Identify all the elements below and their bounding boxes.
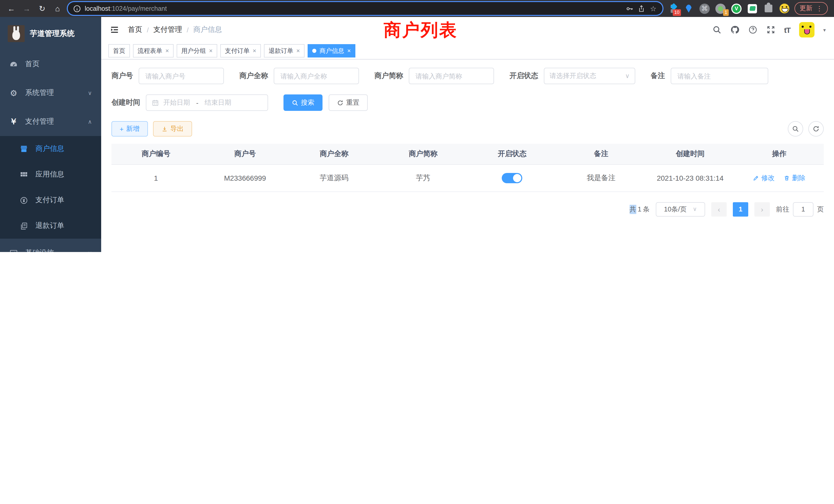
- profile-emoji-icon[interactable]: [779, 3, 789, 14]
- yen-icon: ￥: [9, 116, 18, 127]
- search-icon[interactable]: [712, 25, 722, 35]
- tab-label: 商户信息: [320, 46, 344, 55]
- add-button[interactable]: + 新增: [111, 121, 148, 137]
- export-button[interactable]: 导出: [153, 121, 192, 137]
- sidebar-item-payment[interactable]: ￥ 支付管理 ∧: [0, 107, 101, 136]
- sidebar-item-system[interactable]: ⚙ 系统管理 ∨: [0, 78, 101, 107]
- goto-page: 前往 页: [776, 202, 824, 216]
- browser-reload-icon[interactable]: ↻: [37, 0, 47, 17]
- status-select[interactable]: 请选择开启状态 ∨: [544, 68, 635, 84]
- breadcrumb-separator: /: [187, 26, 189, 33]
- plus-icon: +: [120, 125, 124, 133]
- create-time-range-picker[interactable]: 开始日期 - 结束日期: [146, 94, 268, 111]
- breadcrumb-current: 商户信息: [193, 25, 222, 35]
- browser-forward-icon[interactable]: →: [22, 0, 32, 17]
- close-icon[interactable]: ×: [209, 47, 213, 54]
- chrome-update-button[interactable]: 更新 ⋮: [794, 2, 828, 15]
- github-icon[interactable]: [730, 25, 740, 35]
- reset-button[interactable]: 重置: [329, 94, 368, 111]
- gear-icon: ⚙: [9, 88, 18, 98]
- tab-refund-orders[interactable]: 退款订单×: [264, 44, 305, 58]
- remark-input[interactable]: [671, 68, 768, 84]
- tab-merchant-info[interactable]: 商户信息×: [308, 44, 355, 58]
- sidebar-item-refund-orders[interactable]: 退款订单: [0, 213, 101, 239]
- page-1-button[interactable]: 1: [733, 202, 748, 216]
- end-date-placeholder: 结束日期: [205, 98, 232, 107]
- fullscreen-icon[interactable]: [766, 25, 775, 35]
- tab-user-group[interactable]: 用户分组×: [177, 44, 217, 58]
- chevron-down-icon: ∨: [693, 206, 697, 212]
- browser-home-icon[interactable]: ⌂: [52, 0, 63, 17]
- pencil-icon: [753, 175, 759, 181]
- help-icon[interactable]: [748, 25, 758, 35]
- avatar-caret-icon[interactable]: ▾: [823, 27, 826, 32]
- tab-home[interactable]: 首页: [108, 44, 130, 58]
- close-icon[interactable]: ×: [296, 47, 300, 54]
- sidebar-item-infrastructure[interactable]: 基础设施 ∨: [0, 239, 101, 252]
- next-page-button[interactable]: ›: [754, 202, 770, 216]
- recorder-extension-icon[interactable]: 1: [716, 3, 726, 14]
- search-button[interactable]: 搜索: [284, 94, 323, 111]
- sidebar-collapse-icon[interactable]: [109, 25, 120, 35]
- sidebar-item-label: 首页: [25, 60, 40, 69]
- goto-page-input[interactable]: [793, 202, 813, 216]
- sidebar-item-pay-orders[interactable]: 支付订单: [0, 187, 101, 213]
- site-info-icon[interactable]: [73, 4, 81, 13]
- pin-extension-icon[interactable]: [683, 3, 694, 14]
- page-size-value: 10条/页: [664, 205, 687, 214]
- col-create-time: 创建时间: [646, 144, 735, 164]
- full-name-input[interactable]: [274, 68, 359, 84]
- app-logo[interactable]: 芋道管理系统: [0, 17, 101, 50]
- close-icon[interactable]: ×: [166, 47, 169, 54]
- address-bar[interactable]: localhost:1024/pay/merchant ☆: [68, 2, 662, 15]
- short-name-input[interactable]: [409, 68, 494, 84]
- show-search-toggle-button[interactable]: [788, 121, 803, 137]
- page-size-select[interactable]: 10条/页 ∨: [656, 202, 705, 216]
- browser-back-icon[interactable]: ←: [6, 0, 17, 17]
- refresh-table-button[interactable]: [808, 121, 824, 137]
- sidebar-item-home[interactable]: 首页: [0, 50, 101, 78]
- chat-extension-icon[interactable]: [747, 3, 758, 14]
- payment-submenu: 商户信息 应用信息 支付订单 退款订单: [0, 136, 101, 239]
- start-date-placeholder: 开始日期: [163, 98, 190, 107]
- font-size-icon[interactable]: tT: [784, 25, 790, 34]
- bookmark-star-icon[interactable]: ☆: [649, 4, 657, 13]
- trash-icon: [784, 175, 790, 181]
- prev-page-button[interactable]: ‹: [711, 202, 727, 216]
- col-remark: 备注: [557, 144, 646, 164]
- breadcrumb-payment[interactable]: 支付管理: [153, 25, 182, 35]
- cell-create-time: 2021-10-23 08:31:14: [646, 164, 735, 191]
- sidebar-item-app-info[interactable]: 应用信息: [0, 162, 101, 187]
- browser-menu-icon[interactable]: ⋮: [816, 5, 823, 12]
- tab-manager-extension-icon[interactable]: 10: [667, 3, 678, 14]
- tab-pay-orders[interactable]: 支付订单×: [220, 44, 261, 58]
- edit-link[interactable]: 修改: [753, 173, 775, 182]
- sidebar-item-merchant-info[interactable]: 商户信息: [0, 136, 101, 162]
- select-placeholder: 请选择开启状态: [549, 71, 625, 81]
- user-avatar[interactable]: [799, 22, 814, 38]
- table-row: 1 M233666999 芋道源码 芋艿 我是备注 2021-10-23 08:…: [111, 164, 824, 191]
- vue-devtools-icon[interactable]: V: [731, 3, 742, 14]
- tab-process-form[interactable]: 流程表单×: [133, 44, 174, 58]
- close-icon[interactable]: ×: [253, 47, 256, 54]
- status-toggle[interactable]: [502, 173, 522, 183]
- password-key-icon[interactable]: [626, 4, 634, 13]
- extension-icons: 10 ⌘ 1 V: [667, 3, 789, 14]
- cell-merchant-no: M233666999: [200, 164, 290, 191]
- extensions-puzzle-icon[interactable]: [763, 3, 773, 14]
- breadcrumb-home[interactable]: 首页: [128, 25, 142, 35]
- share-icon[interactable]: [637, 4, 645, 13]
- tab-label: 退款订单: [269, 46, 293, 55]
- filter-label: 开启状态: [509, 71, 538, 81]
- search-label: 搜索: [301, 98, 314, 107]
- cell-remark: 我是备注: [557, 164, 646, 191]
- merchant-no-input[interactable]: [139, 68, 224, 84]
- chevron-down-icon: ∨: [88, 250, 92, 252]
- tab-label: 支付订单: [225, 46, 249, 55]
- screen: ← → ↻ ⌂ localhost:1024/pay/merchant ☆ 10…: [0, 0, 834, 252]
- command-extension-icon[interactable]: ⌘: [699, 3, 710, 14]
- active-dot: [312, 49, 316, 53]
- close-icon[interactable]: ×: [347, 47, 351, 54]
- delete-link[interactable]: 删除: [784, 173, 806, 182]
- app-title: 芋道管理系统: [30, 28, 74, 38]
